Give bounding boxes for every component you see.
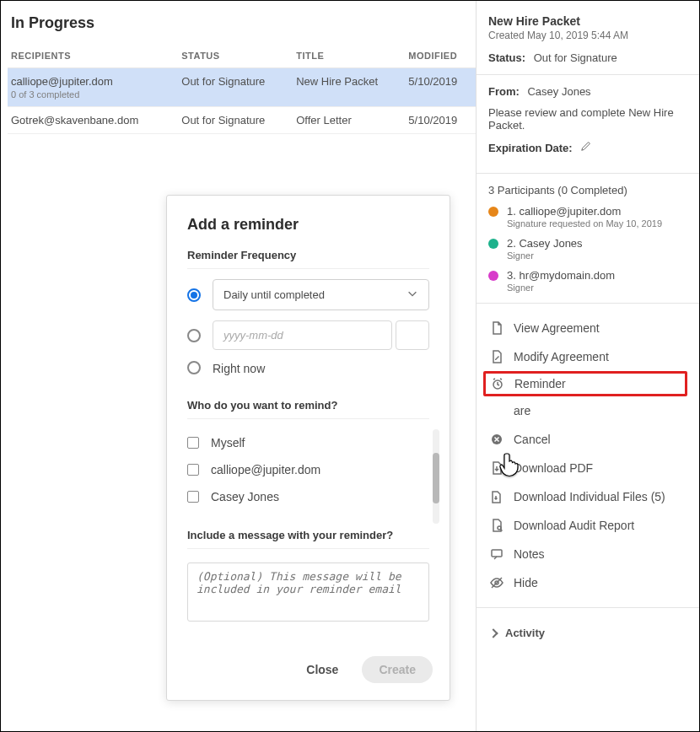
cancel-icon [490,433,503,446]
date-input[interactable]: yyyy-mm-dd [213,320,392,350]
notes-icon [490,547,503,561]
checkbox-calliope[interactable] [187,464,199,476]
recipient-progress: 0 of 3 completed [11,89,175,100]
expiration-label: Expiration Date: [488,142,573,154]
radio-daily[interactable] [187,288,201,302]
participant-sub: Signer [507,283,615,293]
recipient-email: Gotrek@skavenbane.dom [11,114,175,126]
status-value: Out for Signature [534,51,617,64]
action-notes[interactable]: Notes [488,540,687,568]
participant-row[interactable]: 3. hr@mydomain.dom Signer [488,269,687,293]
action-share[interactable]: are [488,396,687,425]
frequency-select[interactable]: Daily until completed [213,279,429,310]
checkbox-label: Myself [211,436,245,449]
action-label: Notes [514,547,545,561]
reminder-frequency-label: Reminder Frequency [187,249,429,266]
action-reminder[interactable]: Reminder [483,371,687,396]
action-cancel[interactable]: Cancel [488,425,687,454]
action-label: are [514,404,530,417]
agreements-table: RECIPIENTS STATUS TITLE MODIFIED calliop… [8,44,476,134]
action-label: Download PDF [514,461,593,475]
frequency-select-value: Daily until completed [223,288,325,301]
from-value: Casey Jones [527,85,590,98]
activity-label: Activity [505,627,545,639]
detail-title: New Hire Packet [488,14,687,28]
participant-sub: Signature requested on May 10, 2019 [507,218,662,229]
reminder-title: Add a reminder [187,216,429,234]
chevron-right-icon [488,628,498,638]
action-hide[interactable]: Hide [488,568,687,597]
recipient-email: calliope@jupiter.dom [11,75,175,88]
cell-modified: 5/10/2019 [405,68,476,107]
document-icon [490,321,503,335]
participant-name: 1. calliope@jupiter.dom [507,205,662,218]
audit-icon [490,519,503,532]
calendar-button[interactable] [396,320,429,350]
col-status: STATUS [178,44,293,68]
table-row[interactable]: calliope@jupiter.dom 0 of 3 completed Ou… [8,68,476,107]
chevron-down-icon [407,288,418,302]
participant-dot-icon [488,239,498,249]
participant-name: 2. Casey Jones [507,237,583,250]
who-remind-label: Who do you want to remind? [187,399,429,417]
action-download-pdf[interactable]: Download PDF [488,454,687,482]
col-title: TITLE [293,44,405,68]
activity-toggle[interactable]: Activity [488,618,687,648]
participant-dot-icon [488,207,498,217]
svg-rect-8 [492,550,502,557]
close-button[interactable]: Close [298,656,347,683]
pencil-icon[interactable] [580,140,592,152]
checkbox-myself[interactable] [187,437,199,449]
edit-document-icon [490,350,503,363]
create-button[interactable]: Create [362,656,433,683]
cell-title: New Hire Packet [293,68,405,107]
action-view-agreement[interactable]: View Agreement [488,314,687,342]
status-label: Status: [488,51,525,64]
checkbox-label: calliope@jupiter.dom [211,463,320,476]
cell-status: Out for Signature [178,68,293,107]
action-download-files[interactable]: Download Individual Files (5) [488,482,687,511]
from-label: From: [488,85,520,98]
action-audit-report[interactable]: Download Audit Report [488,511,687,540]
participant-sub: Signer [507,250,583,261]
download-pdf-icon [490,461,503,475]
action-label: Cancel [514,433,551,446]
action-label: Download Audit Report [514,519,634,532]
table-row[interactable]: Gotrek@skavenbane.dom Out for Signature … [8,107,476,134]
reminder-message-input[interactable] [187,562,429,622]
agreement-message: Please review and complete New Hire Pack… [488,106,687,132]
radio-right-now[interactable] [187,361,201,374]
download-files-icon [490,490,503,503]
checkbox-casey[interactable] [187,491,199,503]
alarm-clock-icon [491,377,504,390]
col-recipients: RECIPIENTS [8,44,178,68]
svg-point-7 [498,526,501,530]
right-now-label: Right now [213,360,265,375]
checkbox-label: Casey Jones [211,490,279,503]
action-label: Hide [514,576,538,589]
reminder-dialog: Add a reminder Reminder Frequency Daily … [166,195,450,701]
participant-name: 3. hr@mydomain.dom [507,269,615,282]
col-modified: MODIFIED [405,44,476,68]
action-label: Modify Agreement [514,350,609,363]
radio-date[interactable] [187,329,201,342]
cell-title: Offer Letter [293,107,405,134]
participants-header: 3 Participants (0 Completed) [488,184,687,196]
message-label: Include a message with your reminder? [187,529,429,546]
participant-row[interactable]: 1. calliope@jupiter.dom Signature reques… [488,205,687,229]
action-modify-agreement[interactable]: Modify Agreement [488,342,687,371]
hide-icon [490,576,503,589]
action-label: Download Individual Files (5) [514,490,665,503]
cell-modified: 5/10/2019 [405,107,476,134]
action-label: View Agreement [514,321,600,335]
participant-row[interactable]: 2. Casey Jones Signer [488,237,687,261]
cell-status: Out for Signature [178,107,293,134]
action-label: Reminder [514,377,566,390]
detail-created: Created May 10, 2019 5:44 AM [488,30,687,41]
scrollbar-thumb[interactable] [433,453,439,503]
participant-dot-icon [488,271,498,281]
page-title: In Progress [8,14,476,32]
